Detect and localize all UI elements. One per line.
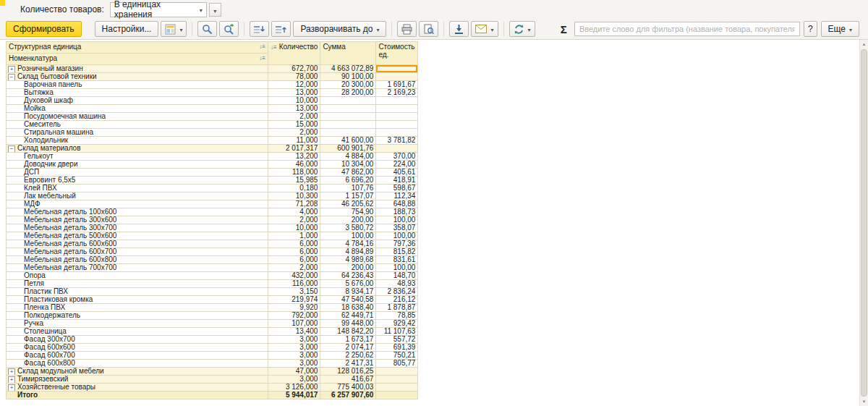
row-name-cell[interactable]: Итого (7, 392, 268, 399)
row-sum-cell[interactable]: 41 600,00 (320, 137, 376, 145)
row-cost-cell[interactable] (376, 97, 418, 105)
row-qty-cell[interactable]: 10,300 (268, 193, 320, 200)
row-name-cell[interactable]: Мебельная деталь 300x600 (7, 216, 268, 224)
row-cost-cell[interactable]: 188,73 (376, 208, 418, 216)
row-sum-cell[interactable]: 1 673,17 (320, 336, 376, 344)
row-cost-cell[interactable]: 815,82 (376, 248, 418, 256)
row-sum-cell[interactable]: 4 784,16 (320, 240, 376, 248)
row-sum-cell[interactable]: 8 934,17 (320, 288, 376, 296)
row-sum-cell[interactable]: 3 580,72 (320, 224, 376, 232)
row-cost-cell[interactable] (376, 65, 418, 73)
column-structural-unit[interactable]: Структурная единица (7, 42, 268, 54)
collapse-groups-button[interactable] (250, 21, 269, 37)
row-cost-cell[interactable]: 148,70 (376, 272, 418, 280)
row-qty-cell[interactable]: 2,000 (268, 264, 320, 272)
scroll-up-icon[interactable] (860, 42, 868, 46)
row-qty-cell[interactable]: 1,000 (268, 232, 320, 240)
row-cost-cell[interactable]: 557,72 (376, 336, 418, 344)
expand-icon[interactable]: + (8, 384, 15, 392)
row-qty-cell[interactable]: 12,000 (268, 81, 320, 89)
column-sum[interactable]: Сумма (320, 42, 376, 65)
row-sum-cell[interactable]: 200,00 (320, 264, 376, 272)
print-button[interactable] (397, 21, 417, 37)
row-qty-cell[interactable]: 15,985 (268, 177, 320, 185)
row-qty-cell[interactable]: 0,180 (268, 185, 320, 193)
refresh-button[interactable] (509, 21, 535, 37)
row-cost-cell[interactable]: 418,91 (376, 177, 418, 185)
row-name-cell[interactable]: +Хозяйственные товары (7, 384, 268, 392)
row-sum-cell[interactable]: 5 676,00 (320, 280, 376, 288)
row-name-cell[interactable]: Евровинт 6,5x5 (7, 177, 268, 185)
row-cost-cell[interactable] (376, 392, 418, 399)
sigma-icon[interactable]: Σ (557, 23, 571, 35)
row-cost-cell[interactable]: 370,00 (376, 153, 418, 161)
row-name-cell[interactable]: Столешница (7, 328, 268, 336)
row-name-cell[interactable]: Гелькоут (7, 153, 268, 161)
row-qty-cell[interactable]: 47,000 (268, 368, 320, 376)
row-sum-cell[interactable]: 28 200,00 (320, 89, 376, 97)
row-sum-cell[interactable]: 6 696,20 (320, 177, 376, 185)
row-qty-cell[interactable]: 3,000 (268, 376, 320, 384)
row-cost-cell[interactable]: 358,07 (376, 224, 418, 232)
row-name-cell[interactable]: МДФ (7, 200, 268, 208)
row-qty-cell[interactable]: 107,000 (268, 320, 320, 328)
row-name-cell[interactable]: +Склад модульной мебели (7, 368, 268, 376)
row-qty-cell[interactable]: 5 944,017 (268, 392, 320, 399)
row-qty-cell[interactable]: 2,000 (268, 113, 320, 121)
row-cost-cell[interactable]: 405,61 (376, 169, 418, 177)
row-sum-cell[interactable]: 107,76 (320, 185, 376, 193)
help-button[interactable]: ? (804, 21, 817, 37)
row-cost-cell[interactable]: 929,42 (376, 320, 418, 328)
row-qty-cell[interactable]: 15,000 (268, 121, 320, 129)
row-sum-cell[interactable]: 90 100,00 (320, 73, 376, 81)
row-cost-cell[interactable]: 797,36 (376, 240, 418, 248)
row-sum-cell[interactable]: 416,67 (320, 376, 376, 384)
row-sum-cell[interactable]: 754,90 (320, 208, 376, 216)
row-qty-cell[interactable]: 792,000 (268, 312, 320, 320)
generate-button[interactable]: Сформировать (6, 21, 82, 37)
row-name-cell[interactable]: +Розничный магазин (7, 65, 268, 73)
row-cost-cell[interactable] (376, 73, 418, 81)
vertical-scrollbar[interactable] (859, 40, 868, 406)
row-cost-cell[interactable]: 691,39 (376, 344, 418, 352)
row-cost-cell[interactable] (376, 121, 418, 129)
search-button[interactable] (197, 21, 217, 37)
row-sum-cell[interactable] (320, 105, 376, 113)
row-qty-cell[interactable]: 78,000 (268, 73, 320, 81)
row-sum-cell[interactable] (320, 113, 376, 121)
expand-groups-button[interactable] (271, 21, 291, 37)
row-sum-cell[interactable]: 4 884,00 (320, 153, 376, 161)
row-sum-cell[interactable]: 2 074,17 (320, 344, 376, 352)
row-sum-cell[interactable]: 10 304,00 (320, 161, 376, 169)
row-name-cell[interactable]: Полкодержатель (7, 312, 268, 320)
row-cost-cell[interactable]: 11 107,63 (376, 328, 418, 336)
settings-button[interactable]: Настройки... (95, 21, 159, 37)
row-qty-cell[interactable]: 9,920 (268, 304, 320, 312)
row-sum-cell[interactable]: 4 894,89 (320, 248, 376, 256)
expand-icon[interactable]: + (8, 66, 15, 73)
row-sum-cell[interactable]: 46 205,62 (320, 200, 376, 208)
sort-icon[interactable] (271, 44, 277, 51)
row-name-cell[interactable]: Фасад 600x600 (7, 344, 268, 352)
row-qty-cell[interactable]: 11,000 (268, 137, 320, 145)
row-name-cell[interactable]: Опора (7, 272, 268, 280)
row-cost-cell[interactable] (376, 145, 418, 153)
row-cost-cell[interactable]: 2 836,24 (376, 288, 418, 296)
column-unit-cost[interactable]: Стоимость ед. (376, 42, 418, 65)
row-sum-cell[interactable] (320, 97, 376, 105)
more-button[interactable]: Еще (821, 21, 859, 37)
row-cost-cell[interactable]: 112,34 (376, 193, 418, 200)
row-qty-cell[interactable]: 13,400 (268, 328, 320, 336)
row-cost-cell[interactable] (376, 368, 418, 376)
row-cost-cell[interactable]: 831,61 (376, 256, 418, 264)
row-qty-cell[interactable]: 3,000 (268, 360, 320, 368)
row-qty-cell[interactable]: 3,000 (268, 344, 320, 352)
row-sum-cell[interactable]: 99 448,00 (320, 320, 376, 328)
column-nomenclature[interactable]: Номенклатура (7, 54, 268, 65)
row-sum-cell[interactable]: 2 250,62 (320, 352, 376, 360)
scroll-down-icon[interactable] (860, 399, 868, 404)
row-name-cell[interactable]: Посудомоечная машина (7, 113, 268, 121)
search-next-button[interactable] (219, 21, 239, 37)
row-sum-cell[interactable]: 47 862,00 (320, 169, 376, 177)
row-sum-cell[interactable]: 62 449,71 (320, 312, 376, 320)
